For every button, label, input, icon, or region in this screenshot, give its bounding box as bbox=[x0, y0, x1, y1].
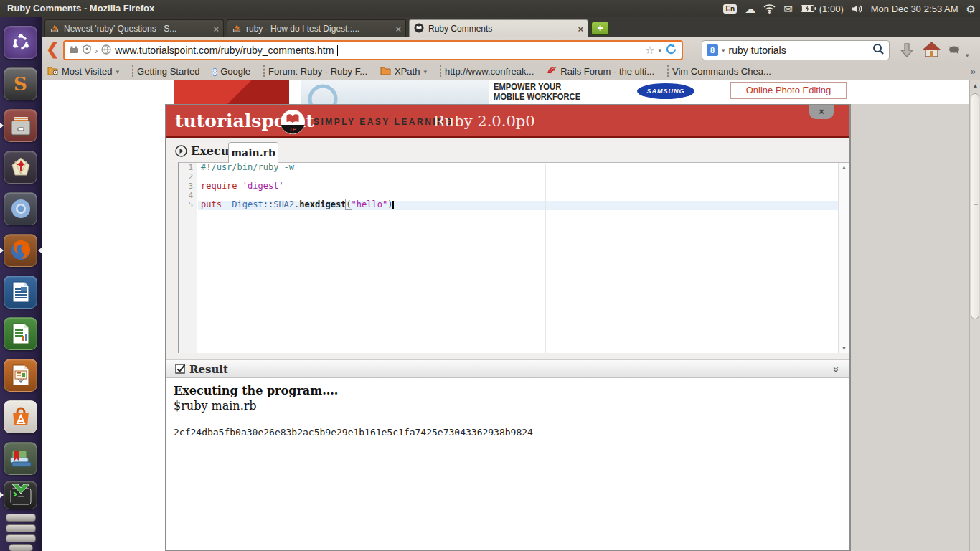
bookmark-star-icon[interactable]: ☆ bbox=[645, 44, 654, 57]
launcher-item-sublime-text[interactable]: S bbox=[4, 67, 37, 100]
launcher-item-ubuntu-dash[interactable] bbox=[4, 26, 37, 59]
back-button[interactable]: ❮ bbox=[46, 40, 59, 59]
result-collapse-icon[interactable]: » bbox=[831, 367, 842, 372]
launcher-item-help-books[interactable] bbox=[4, 442, 37, 475]
browser-tab[interactable]: ruby - How do I test Digest::...× bbox=[227, 19, 406, 37]
clock-indicator[interactable]: Mon Dec 30 2:53 AM bbox=[871, 4, 958, 14]
bookmark-item[interactable]: Most Visited▾ bbox=[47, 66, 119, 77]
modal-close-button[interactable]: × bbox=[809, 105, 834, 119]
online-photo-editing-link[interactable]: Online Photo Editing bbox=[730, 82, 847, 99]
volume-icon[interactable] bbox=[852, 4, 863, 14]
code-lines: #!/usr/bin/ruby -wrequire 'digest'puts D… bbox=[201, 163, 394, 209]
launcher-item-archive-manager[interactable] bbox=[4, 109, 37, 142]
bookmark-item[interactable]: XPath▾ bbox=[380, 66, 427, 77]
result-header[interactable]: Result » bbox=[166, 359, 849, 378]
editor-scrollbar[interactable]: ▲ ▼ bbox=[838, 163, 849, 353]
engine-dropdown-icon[interactable]: ▾ bbox=[722, 47, 725, 54]
page-dim-overlay bbox=[851, 104, 969, 551]
launcher-item-firefox[interactable] bbox=[4, 234, 37, 267]
result-title: Result bbox=[189, 363, 228, 376]
running-indicator-arrow bbox=[0, 123, 4, 128]
result-body: Executing the program.... $ruby main.rb … bbox=[166, 378, 849, 550]
bookmark-label: http://www.confreak... bbox=[445, 66, 534, 77]
ad-banner-red[interactable] bbox=[174, 80, 289, 104]
running-indicator-arrow bbox=[0, 248, 4, 253]
battery-indicator[interactable]: (1:00) bbox=[801, 4, 844, 14]
plugin-icon[interactable] bbox=[69, 45, 79, 56]
keyboard-indicator[interactable]: En bbox=[723, 4, 737, 14]
search-magnifier-icon[interactable] bbox=[872, 43, 885, 58]
coding-ground-header: tutorialspoint TP SIMPLY EASY LEARNING R… bbox=[166, 105, 849, 138]
launcher-folded-item[interactable] bbox=[6, 524, 36, 532]
url-bar[interactable]: › www.tutorialspoint.com/ruby/ruby_comme… bbox=[63, 40, 683, 60]
url-caret bbox=[337, 45, 338, 56]
tab-close-icon[interactable]: × bbox=[395, 24, 401, 34]
bookmark-item[interactable]: Forum: Ruby - Ruby F... bbox=[263, 66, 367, 77]
unity-launcher: S bbox=[0, 17, 42, 551]
search-input[interactable]: ruby tutorials bbox=[729, 44, 869, 56]
home-button[interactable] bbox=[923, 42, 941, 61]
editor-caret bbox=[392, 201, 394, 209]
bookmark-label: Most Visited bbox=[62, 66, 113, 77]
shield-icon[interactable] bbox=[83, 44, 91, 56]
compiler-title: Ruby 2.0.0p0 bbox=[433, 113, 535, 130]
line-number: 5 bbox=[179, 200, 197, 209]
addons-icon[interactable] bbox=[948, 44, 961, 57]
launcher-item-libreoffice-calc[interactable] bbox=[4, 317, 37, 350]
code-editor[interactable]: 12345 #!/usr/bin/ruby -wrequire 'digest'… bbox=[178, 162, 849, 353]
editor-scroll-up[interactable]: ▲ bbox=[839, 164, 849, 171]
google-icon: 8 bbox=[213, 66, 217, 77]
bookmarks-overflow-chevron[interactable]: » bbox=[971, 66, 976, 77]
folder-history-icon bbox=[47, 66, 58, 77]
url-input[interactable]: www.tutorialspoint.com/ruby/ruby_comment… bbox=[115, 44, 334, 56]
bookmark-label: Getting Started bbox=[137, 66, 199, 77]
bookmark-item[interactable]: Getting Started bbox=[132, 66, 199, 77]
bookmark-item[interactable]: Rails Forum - the ulti... bbox=[547, 66, 654, 77]
site-globe-icon[interactable] bbox=[101, 44, 111, 57]
browser-scrollbar[interactable]: ▲ bbox=[969, 80, 980, 551]
editor-scroll-down[interactable]: ▼ bbox=[839, 345, 849, 352]
running-indicator-arrow bbox=[0, 492, 4, 498]
search-bar[interactable]: 8 ▾ ruby tutorials bbox=[702, 40, 890, 60]
file-tab-main-rb[interactable]: main.rb bbox=[228, 142, 278, 163]
launcher-item-libreoffice-writer[interactable] bbox=[4, 276, 37, 309]
result-executing-line: Executing the program.... bbox=[174, 384, 842, 397]
google-engine-icon[interactable]: 8 bbox=[707, 44, 718, 56]
bookmark-item[interactable]: Vim Commands Chea... bbox=[667, 66, 771, 77]
tab-close-icon[interactable]: × bbox=[578, 24, 583, 34]
browser-tab[interactable]: Ruby Comments× bbox=[409, 19, 588, 37]
rails-icon bbox=[547, 66, 557, 77]
launcher-folded-item[interactable] bbox=[6, 534, 36, 542]
reload-button[interactable] bbox=[665, 43, 677, 58]
print-margin-line bbox=[545, 164, 546, 353]
scrollbar-thumb[interactable] bbox=[971, 93, 979, 319]
launcher-folded-item[interactable] bbox=[6, 514, 36, 522]
ad-banner-image[interactable] bbox=[301, 80, 489, 104]
cloud-icon[interactable]: ☁ bbox=[745, 4, 755, 14]
line-number: 4 bbox=[179, 191, 197, 200]
result-command-line: $ruby main.rb bbox=[174, 399, 842, 413]
launcher-item-libreoffice-impress[interactable] bbox=[4, 359, 37, 392]
wifi-icon[interactable] bbox=[763, 4, 776, 14]
download-button[interactable] bbox=[898, 42, 915, 62]
tutorialspoint-logo-icon: TP bbox=[280, 109, 306, 138]
addons-dropdown-icon[interactable]: ▾ bbox=[966, 47, 969, 60]
session-gear-icon[interactable]: ⚙ bbox=[966, 4, 976, 14]
launcher-item-shell-app[interactable] bbox=[4, 151, 37, 184]
new-tab-button[interactable]: + bbox=[591, 22, 609, 35]
launcher-item-software-center[interactable] bbox=[4, 400, 37, 433]
tab-close-icon[interactable]: × bbox=[213, 24, 219, 34]
tab-label: ruby - How do I test Digest::... bbox=[246, 24, 391, 34]
panel-date: Mon Dec 30 bbox=[871, 4, 921, 14]
bookmark-item[interactable]: 8Google bbox=[213, 66, 250, 77]
scrollbar-up-button[interactable]: ▲ bbox=[970, 80, 980, 92]
code-line: require 'digest' bbox=[201, 182, 394, 191]
launcher-folded-item[interactable] bbox=[9, 544, 33, 551]
bookmark-item[interactable]: http://www.confreak... bbox=[440, 66, 534, 77]
star-dropdown-icon[interactable]: ▾ bbox=[658, 47, 661, 54]
result-output-hash: 2cf24dba5fb0a30e26e83b2ac5b9e29e1b161e5c… bbox=[174, 427, 842, 438]
launcher-item-vim-terminal[interactable] bbox=[4, 481, 37, 509]
browser-tab[interactable]: Newest 'ruby' Questions - S...× bbox=[44, 19, 224, 37]
mail-icon[interactable]: ✉ bbox=[783, 4, 793, 14]
launcher-item-chromium[interactable] bbox=[4, 192, 37, 225]
